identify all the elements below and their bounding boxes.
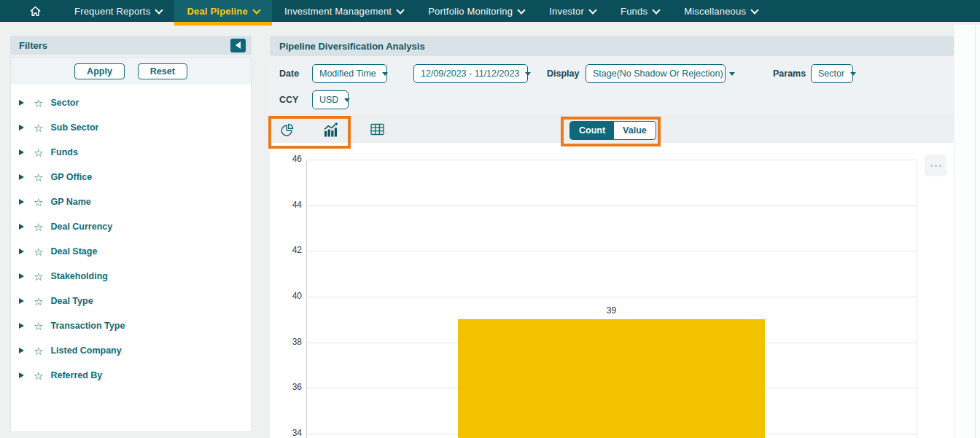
date-range-select[interactable]: 12/09/2023 - 11/12/2023 — [413, 64, 528, 83]
y-tick-label: 46 — [270, 154, 302, 164]
favorite-star-icon[interactable]: ☆ — [34, 246, 43, 257]
nav-item-investment-management[interactable]: Investment Management — [272, 0, 416, 22]
y-tick-label: 38 — [270, 337, 302, 347]
display-select[interactable]: Stage(No Shadow Or Rejection) — [586, 64, 726, 83]
nav-item-frequent-reports[interactable]: Frequent Reports — [62, 0, 174, 22]
ccy-label: CCY — [279, 95, 298, 105]
filter-item-label: Deal Type — [50, 296, 93, 306]
page-title: Pipeline Diversification Analysis — [279, 41, 425, 52]
reset-button[interactable]: Reset — [138, 63, 187, 79]
filter-item-label: Listed Company — [50, 345, 121, 356]
filters-title: Filters — [19, 40, 47, 51]
plot-right-border — [917, 160, 917, 438]
nav-item-portfolio-monitoring[interactable]: Portfolio Monitoring — [416, 0, 537, 22]
favorite-star-icon[interactable]: ☆ — [34, 172, 43, 183]
chevron-down-icon — [588, 6, 596, 14]
y-tick-label: 44 — [270, 200, 302, 210]
date-type-select[interactable]: Modified Time — [312, 64, 387, 83]
expand-arrow-icon[interactable] — [19, 372, 24, 378]
display-label: Display — [547, 69, 579, 79]
filter-actions: Apply Reset — [11, 58, 251, 85]
toggle-option-count[interactable]: Count — [570, 122, 614, 139]
nav-item-deal-pipeline[interactable]: Deal Pipeline — [174, 0, 272, 22]
chart-bar[interactable] — [458, 319, 765, 438]
favorite-star-icon[interactable]: ☆ — [34, 345, 43, 356]
y-tick-label: 36 — [270, 382, 302, 392]
expand-arrow-icon[interactable] — [19, 224, 24, 230]
chevron-down-icon — [397, 6, 405, 14]
chevron-down-icon — [344, 98, 350, 102]
y-tick-label: 34 — [270, 428, 302, 438]
filter-item-stakeholding[interactable]: ☆Stakeholding — [11, 264, 251, 289]
expand-arrow-icon[interactable] — [19, 100, 24, 106]
filter-item-label: Stakeholding — [50, 271, 107, 281]
expand-arrow-icon[interactable] — [19, 348, 24, 353]
filters-header: Filters — [10, 36, 252, 55]
filter-item-label: Sector — [50, 98, 79, 108]
nav-item-miscellaneous[interactable]: Miscellaneous — [672, 0, 770, 22]
favorite-star-icon[interactable]: ☆ — [34, 197, 43, 208]
chevron-down-icon — [850, 72, 856, 76]
favorite-star-icon[interactable]: ☆ — [34, 222, 43, 232]
favorite-star-icon[interactable]: ☆ — [34, 321, 43, 332]
pie-chart-view-button[interactable] — [279, 122, 296, 138]
expand-arrow-icon[interactable] — [19, 273, 24, 279]
ccy-select[interactable]: USD — [312, 90, 349, 109]
filter-item-deal-stage[interactable]: ☆Deal Stage — [11, 239, 251, 264]
filter-item-label: Transaction Type — [50, 321, 125, 331]
filter-item-label: Deal Stage — [50, 246, 97, 257]
favorite-star-icon[interactable]: ☆ — [34, 370, 43, 381]
chart-context-menu-button[interactable] — [925, 155, 946, 176]
expand-arrow-icon[interactable] — [19, 199, 24, 205]
chevron-down-icon — [155, 6, 163, 14]
expand-arrow-icon[interactable] — [19, 125, 24, 130]
table-view-button[interactable] — [369, 122, 386, 138]
y-axis-line — [306, 160, 307, 438]
expand-arrow-icon[interactable] — [19, 174, 24, 180]
collapse-filters-button[interactable] — [230, 39, 246, 52]
nav-items: Frequent ReportsDeal PipelineInvestment … — [62, 0, 770, 22]
table-icon — [370, 123, 385, 136]
chevron-down-icon — [252, 6, 260, 14]
nav-item-funds[interactable]: Funds — [608, 0, 672, 22]
favorite-star-icon[interactable]: ☆ — [34, 98, 43, 109]
home-button[interactable] — [27, 3, 43, 19]
home-icon — [28, 4, 42, 18]
favorite-star-icon[interactable]: ☆ — [34, 296, 43, 307]
filter-item-gp-name[interactable]: ☆GP Name — [11, 189, 251, 214]
chevron-down-icon — [525, 72, 531, 76]
filter-item-referred-by[interactable]: ☆Referred By — [11, 363, 251, 388]
filter-item-label: GP Name — [50, 197, 90, 207]
nav-item-investor[interactable]: Investor — [537, 0, 608, 22]
params-select[interactable]: Sector — [811, 64, 853, 83]
filter-item-deal-type[interactable]: ☆Deal Type — [11, 289, 251, 313]
expand-arrow-icon[interactable] — [19, 323, 24, 329]
toggle-option-value[interactable]: Value — [614, 122, 656, 139]
gridline — [306, 206, 917, 206]
bar-chart-view-button[interactable] — [322, 122, 339, 138]
favorite-star-icon[interactable]: ☆ — [34, 122, 43, 133]
chevron-down-icon — [729, 72, 735, 76]
pie-chart-icon — [280, 122, 295, 137]
bar-data-label: 39 — [458, 305, 765, 316]
filter-item-listed-company[interactable]: ☆Listed Company — [11, 338, 251, 363]
expand-arrow-icon[interactable] — [19, 298, 24, 304]
favorite-star-icon[interactable]: ☆ — [34, 271, 43, 282]
filter-item-sector[interactable]: ☆Sector — [11, 90, 251, 115]
filter-item-gp-office[interactable]: ☆GP Office — [11, 165, 251, 189]
filter-item-transaction-type[interactable]: ☆Transaction Type — [11, 313, 251, 338]
expand-arrow-icon[interactable] — [19, 149, 24, 155]
app-screen: Frequent ReportsDeal PipelineInvestment … — [0, 0, 980, 438]
nav-item-label: Miscellaneous — [684, 6, 746, 17]
favorite-star-icon[interactable]: ☆ — [34, 147, 43, 158]
filter-item-label: Referred By — [50, 370, 102, 380]
filter-item-deal-currency[interactable]: ☆Deal Currency — [11, 214, 251, 239]
nav-item-label: Portfolio Monitoring — [428, 6, 513, 17]
apply-button[interactable]: Apply — [74, 63, 125, 79]
gridline — [306, 297, 917, 297]
scrollbar-track — [975, 25, 976, 438]
expand-arrow-icon[interactable] — [19, 249, 24, 254]
ellipsis-icon — [930, 165, 933, 167]
filter-item-sub-sector[interactable]: ☆Sub Sector — [11, 115, 251, 140]
filter-item-funds[interactable]: ☆Funds — [11, 140, 251, 165]
